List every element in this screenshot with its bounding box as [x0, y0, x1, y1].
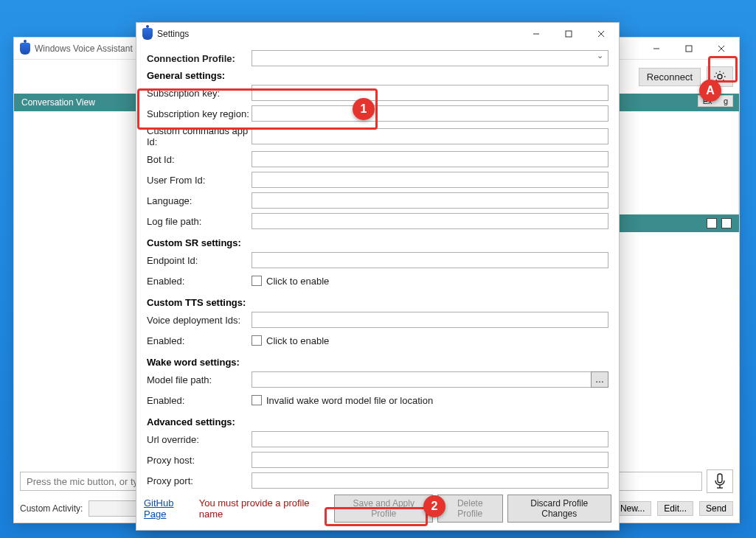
mic-button[interactable]	[707, 469, 733, 493]
tts-enabled-text: Click to enable	[266, 335, 329, 346]
settings-footer: GitHub Page You must provide a profile n…	[136, 490, 619, 530]
minimize-icon[interactable]	[640, 38, 673, 59]
save-profile-button[interactable]: Save and Apply Profile	[334, 495, 433, 523]
sr-enabled-label: Enabled:	[147, 276, 252, 287]
bot-id-input[interactable]	[252, 151, 608, 167]
sr-enabled-text: Click to enable	[266, 276, 329, 287]
settings-body: Connection Profile: General settings: Su…	[136, 45, 619, 490]
subscription-key-input[interactable]	[252, 85, 608, 101]
subscription-region-label: Subscription key region:	[147, 108, 252, 119]
wake-settings-header: Wake word settings:	[147, 357, 608, 368]
sr-settings-header: Custom SR settings:	[147, 237, 608, 248]
tts-enabled-label: Enabled:	[147, 335, 252, 346]
proxy-port-input[interactable]	[252, 472, 608, 489]
gear-icon	[713, 70, 726, 83]
maximize-icon[interactable]	[673, 38, 705, 59]
connection-profile-select[interactable]	[252, 50, 608, 66]
app-id-label: Custom commands app Id:	[147, 125, 252, 147]
close-icon[interactable]	[705, 38, 738, 59]
conversation-view-label: Conversation View	[21, 97, 95, 108]
language-label: Language:	[147, 195, 252, 206]
tts-enabled-checkbox[interactable]	[252, 335, 262, 346]
wake-enabled-text: Invalid wake word model file or location	[266, 395, 433, 406]
settings-dialog: Settings Connection Profile: General set…	[136, 22, 620, 531]
wake-enabled-label: Enabled:	[147, 395, 252, 406]
edit-button[interactable]: Edit...	[657, 501, 693, 516]
sr-enabled-checkbox[interactable]	[252, 276, 262, 286]
settings-maximize-icon[interactable]	[552, 24, 585, 44]
proxy-host-input[interactable]	[252, 452, 608, 468]
settings-minimize-icon[interactable]	[520, 24, 552, 44]
svg-rect-1	[686, 46, 692, 52]
sr-endpoint-label: Endpoint Id:	[147, 255, 252, 266]
settings-button[interactable]	[707, 66, 733, 87]
reconnect-button[interactable]: Reconnect	[639, 68, 701, 86]
general-settings-header: General settings:	[147, 70, 608, 81]
settings-close-icon[interactable]	[585, 24, 617, 44]
collapse-icon[interactable]	[721, 218, 732, 228]
profile-warning: You must provide a profile name	[199, 497, 326, 520]
export-button[interactable]: Ex g	[698, 95, 733, 107]
settings-titlebar: Settings	[136, 23, 619, 45]
tts-voice-input[interactable]	[252, 312, 608, 328]
github-link[interactable]: GitHub Page	[144, 497, 195, 520]
settings-app-icon	[142, 28, 153, 40]
send-button[interactable]: Send	[699, 501, 733, 516]
proxy-port-label: Proxy port:	[147, 475, 252, 486]
expand-icon[interactable]	[707, 218, 717, 228]
proxy-host-label: Proxy host:	[147, 455, 252, 466]
microphone-icon	[713, 473, 726, 489]
advanced-settings-header: Advanced settings:	[147, 416, 608, 427]
language-input[interactable]	[252, 192, 608, 209]
app-id-input[interactable]	[252, 128, 608, 144]
connection-profile-label: Connection Profile:	[147, 53, 252, 64]
bot-id-label: Bot Id:	[147, 154, 252, 165]
settings-title: Settings	[157, 29, 520, 39]
wake-enabled-checkbox[interactable]	[252, 395, 262, 405]
log-path-label: Log file path:	[147, 216, 252, 227]
wake-model-input[interactable]	[252, 371, 591, 388]
wake-model-label: Model file path:	[147, 374, 252, 385]
subscription-region-input[interactable]	[252, 105, 608, 122]
url-override-input[interactable]	[252, 431, 608, 447]
log-path-input[interactable]	[252, 213, 608, 229]
subscription-key-label: Subscription key:	[147, 88, 252, 99]
sr-endpoint-input[interactable]	[252, 252, 608, 268]
delete-profile-button[interactable]: Delete Profile	[437, 495, 503, 523]
tts-settings-header: Custom TTS settings:	[147, 297, 608, 308]
svg-rect-8	[566, 31, 572, 37]
user-from-id-input[interactable]	[252, 172, 608, 188]
tts-voice-label: Voice deployment Ids:	[147, 315, 252, 326]
app-icon	[20, 43, 30, 55]
svg-rect-4	[718, 474, 722, 483]
url-override-label: Url override:	[147, 434, 252, 445]
user-from-id-label: User From Id:	[147, 175, 252, 186]
discard-profile-button[interactable]: Discard Profile Changes	[507, 495, 612, 523]
custom-activity-label: Custom Activity:	[20, 503, 83, 514]
browse-button[interactable]: …	[591, 371, 608, 388]
